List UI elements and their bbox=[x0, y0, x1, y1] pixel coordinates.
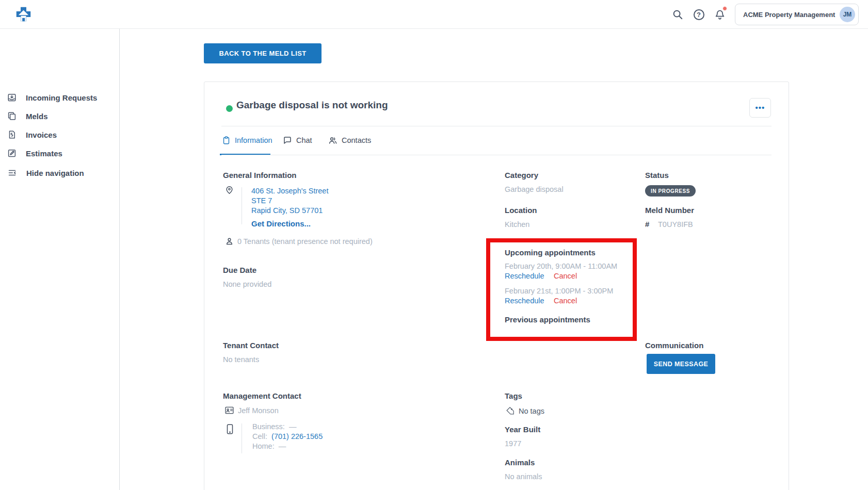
notifications-bell-icon[interactable] bbox=[712, 7, 728, 22]
general-information-heading: General Information bbox=[223, 171, 297, 179]
tags-value: No tags bbox=[519, 407, 544, 415]
sidebar-hide-navigation[interactable]: Hide navigation bbox=[7, 168, 84, 177]
cell-phone-link[interactable]: (701) 226-1565 bbox=[271, 432, 323, 440]
address-divider bbox=[242, 187, 242, 224]
notification-badge-dot bbox=[722, 6, 727, 11]
year-built-value: 1977 bbox=[505, 439, 521, 448]
id-card-icon bbox=[225, 406, 234, 414]
upcoming-appointments-heading: Upcoming appointments bbox=[505, 248, 596, 257]
communication-heading: Communication bbox=[645, 341, 703, 350]
mobile-phone-icon bbox=[226, 424, 234, 434]
search-icon[interactable] bbox=[670, 7, 685, 22]
chat-bubble-icon bbox=[283, 136, 292, 145]
appointment-when: February 21st, 1:00PM - 3:00PM bbox=[505, 287, 613, 295]
previous-appointments-heading: Previous appointments bbox=[505, 315, 590, 324]
tab-label: Chat bbox=[296, 136, 312, 144]
due-date-value: None provided bbox=[223, 280, 271, 288]
invoice-document-icon bbox=[7, 130, 17, 139]
tab-label: Information bbox=[235, 136, 272, 144]
sidebar-item-label: Melds bbox=[26, 112, 48, 121]
appointment-when: February 20th, 9:00AM - 11:00AM bbox=[505, 262, 617, 270]
main-content: BACK TO THE MELD LIST Garbage disposal i… bbox=[120, 29, 868, 490]
sidebar-item-label: Hide navigation bbox=[26, 169, 84, 177]
property-meld-logo-icon bbox=[15, 6, 32, 23]
meld-detail-card: Garbage disposal is not working ••• Info… bbox=[204, 81, 789, 490]
location-heading: Location bbox=[505, 206, 537, 215]
location-value: Kitchen bbox=[505, 220, 529, 228]
sidebar-item-label: Invoices bbox=[26, 130, 57, 139]
sidebar-item-melds[interactable]: Melds bbox=[7, 111, 48, 121]
sidebar-item-label: Estimates bbox=[26, 149, 62, 158]
tenant-switcher[interactable]: ACME Property Management JM bbox=[735, 4, 859, 25]
appointment-cancel-link[interactable]: Cancel bbox=[554, 272, 577, 280]
clipboard-icon bbox=[222, 136, 231, 145]
tags-heading: Tags bbox=[505, 391, 522, 400]
tenant-contact-value: No tenants bbox=[223, 355, 259, 364]
sidebar-item-estimates[interactable]: Estimates bbox=[7, 149, 62, 158]
location-pin-icon bbox=[225, 185, 234, 195]
cell-label: Cell: bbox=[252, 432, 267, 440]
tenant-contact-heading: Tenant Contact bbox=[223, 341, 279, 350]
management-contact-heading: Management Contact bbox=[223, 391, 301, 400]
home-value: — bbox=[279, 442, 286, 450]
appointment-reschedule-link[interactable]: Reschedule bbox=[505, 297, 544, 305]
business-label: Business: bbox=[252, 422, 285, 431]
send-message-button[interactable]: SEND MESSAGE bbox=[647, 354, 715, 374]
animals-heading: Animals bbox=[505, 458, 535, 467]
phone-business-row: Business: — bbox=[252, 422, 296, 431]
user-avatar[interactable]: JM bbox=[840, 7, 855, 22]
more-actions-button[interactable]: ••• bbox=[749, 98, 771, 118]
tenants-summary: 0 Tenants (tenant presence not required) bbox=[237, 237, 373, 246]
meld-number-heading: Meld Number bbox=[645, 206, 694, 215]
address-line-2[interactable]: STE 7 bbox=[251, 197, 272, 205]
header-divider bbox=[221, 126, 771, 126]
animals-value: No animals bbox=[505, 472, 542, 481]
tenant-switcher-label: ACME Property Management bbox=[743, 11, 840, 19]
open-status-dot bbox=[226, 105, 233, 112]
back-to-meld-list-button[interactable]: BACK TO THE MELD LIST bbox=[204, 43, 322, 63]
home-label: Home: bbox=[252, 442, 275, 450]
due-date-heading: Due Date bbox=[223, 266, 256, 274]
tenant-person-icon bbox=[225, 237, 234, 246]
sidebar-item-incoming-requests[interactable]: Incoming Requests bbox=[7, 93, 97, 102]
tab-contacts[interactable]: Contacts bbox=[328, 136, 371, 145]
status-heading: Status bbox=[645, 171, 669, 179]
question-glyph: ? bbox=[694, 9, 704, 20]
appointment-cancel-link[interactable]: Cancel bbox=[554, 297, 577, 305]
tab-information[interactable]: Information bbox=[222, 136, 272, 145]
address-line-1[interactable]: 406 St. Joseph's Street bbox=[251, 187, 328, 195]
tabs-divider bbox=[221, 155, 771, 155]
address-line-3[interactable]: Rapid City, SD 57701 bbox=[251, 206, 323, 215]
app-logo[interactable] bbox=[15, 6, 32, 23]
tab-chat[interactable]: Chat bbox=[283, 136, 312, 145]
phone-home-row: Home: — bbox=[252, 442, 286, 450]
ellipsis-icon: ••• bbox=[756, 103, 765, 112]
phone-divider bbox=[242, 423, 242, 453]
help-icon[interactable]: ? bbox=[691, 7, 706, 22]
appointment-reschedule-link[interactable]: Reschedule bbox=[505, 272, 544, 280]
status-badge: IN PROGRESS bbox=[645, 185, 696, 197]
sidebar-item-invoices[interactable]: Invoices bbox=[7, 130, 57, 139]
meld-number-value: T0UY8IFB bbox=[658, 220, 693, 228]
tab-label: Contacts bbox=[342, 136, 371, 144]
inbox-in-icon bbox=[7, 93, 17, 102]
copy-pages-icon bbox=[7, 111, 17, 121]
year-built-heading: Year Built bbox=[505, 425, 540, 434]
phone-cell-row: Cell: (701) 226-1565 bbox=[252, 432, 323, 440]
top-bar: ? ACME Property Management JM bbox=[0, 0, 868, 29]
management-contact-name: Jeff Monson bbox=[238, 406, 279, 415]
get-directions-link[interactable]: Get Directions... bbox=[251, 219, 311, 228]
tag-icon bbox=[506, 406, 515, 415]
business-value: — bbox=[289, 422, 297, 431]
meld-title: Garbage disposal is not working bbox=[236, 100, 388, 111]
estimate-pencil-icon bbox=[7, 149, 17, 158]
contacts-people-icon bbox=[328, 136, 337, 145]
sidebar-navigation: Incoming Requests Melds Invoices Estimat… bbox=[0, 29, 120, 490]
category-value: Garbage disposal bbox=[505, 185, 564, 193]
hash-icon: # bbox=[645, 220, 649, 228]
sidebar-item-label: Incoming Requests bbox=[26, 93, 97, 102]
category-heading: Category bbox=[505, 171, 538, 179]
collapse-menu-icon bbox=[7, 168, 17, 177]
